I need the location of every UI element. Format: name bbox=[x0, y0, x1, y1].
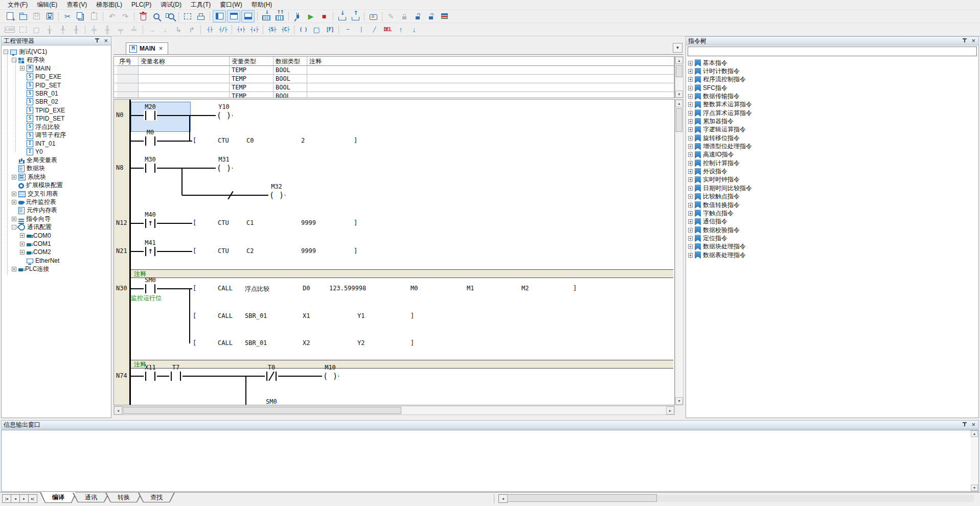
expander-icon[interactable]: + bbox=[20, 66, 25, 71]
contact-closed-button[interactable]: ┤/├ bbox=[217, 24, 229, 35]
pin-icon[interactable] bbox=[95, 38, 100, 43]
insert-node-button[interactable]: ╁ bbox=[43, 24, 56, 35]
contact-x11[interactable] bbox=[144, 371, 157, 381]
instruction-operand[interactable]: [ bbox=[192, 247, 197, 255]
instruction-operand[interactable]: 9999 bbox=[301, 247, 316, 255]
scroll-up-icon[interactable]: ▴ bbox=[675, 57, 683, 64]
output-coil-button[interactable]: ( ) bbox=[297, 24, 309, 35]
save-button[interactable] bbox=[30, 11, 42, 22]
scroll-down-icon[interactable]: ▾ bbox=[675, 397, 683, 405]
comment-bar[interactable]: 注释 bbox=[131, 269, 673, 278]
stop-plc-button[interactable]: ■ bbox=[318, 11, 330, 22]
instruction-operand[interactable]: X2 bbox=[302, 339, 310, 347]
view-instruction-panel-button[interactable] bbox=[227, 10, 240, 22]
select-block-button[interactable] bbox=[181, 11, 194, 22]
cell[interactable]: TEMP bbox=[230, 66, 274, 75]
output-scrollbar[interactable]: ▴ ▾ bbox=[971, 430, 978, 491]
view-project-panel-button[interactable] bbox=[213, 10, 226, 22]
menu-item-view[interactable]: 查看(V) bbox=[62, 0, 92, 10]
cell[interactable]: TEMP bbox=[230, 83, 274, 92]
instruction-operand[interactable]: CTU bbox=[217, 247, 230, 255]
output-tab-compile[interactable]: 编译 bbox=[40, 492, 77, 503]
close-icon[interactable]: × bbox=[970, 38, 976, 43]
project-item-com2[interactable]: +COM2 bbox=[2, 248, 111, 256]
move-down-button[interactable]: ↓ bbox=[408, 24, 420, 35]
scroll-down-icon[interactable]: ▾ bbox=[971, 485, 978, 491]
instruction-operand[interactable]: SBR_01 bbox=[244, 339, 267, 347]
delete-element-button[interactable]: DEL bbox=[381, 24, 394, 35]
variable-table-scrollbar[interactable]: ▴ ▾ bbox=[675, 56, 683, 98]
delete-node-button[interactable]: ╀ bbox=[57, 24, 69, 35]
project-item-system-block[interactable]: +系统块 bbox=[2, 173, 111, 181]
menu-item-ladder[interactable]: 梯形图(L) bbox=[92, 0, 127, 10]
contact-set-button[interactable]: ┤S├ bbox=[266, 24, 278, 35]
delete-line-button[interactable]: ╱ bbox=[368, 24, 380, 35]
instruction-item-positioning[interactable]: +定位指令 bbox=[686, 234, 978, 242]
instruction-item-peripheral[interactable]: +外设指令 bbox=[686, 167, 978, 175]
cell[interactable]: BOOL bbox=[274, 66, 307, 75]
project-item-tpid-set[interactable]: STPID_SET bbox=[2, 114, 111, 123]
instruction-item-communication[interactable]: +通信指令 bbox=[686, 218, 978, 226]
instruction-operand[interactable]: Y2 bbox=[357, 339, 365, 347]
instruction-operand[interactable]: CTU bbox=[217, 137, 230, 144]
coil-y10[interactable] bbox=[216, 110, 232, 121]
project-item-expansion-module-config[interactable]: 扩展模块配置 bbox=[2, 181, 111, 190]
instruction-item-word-contact[interactable]: +字触点指令 bbox=[686, 209, 978, 217]
wire-right-button[interactable]: → bbox=[146, 24, 158, 35]
project-item-project-root[interactable]: -测试(VC1) bbox=[2, 48, 111, 56]
output-tab-convert[interactable]: 转换 bbox=[105, 493, 142, 502]
draw-box-button[interactable]: ▢ bbox=[30, 24, 42, 35]
instruction-operand[interactable]: Y1 bbox=[357, 312, 365, 319]
cell[interactable] bbox=[307, 75, 674, 83]
instruction-operand[interactable]: D0 bbox=[302, 285, 310, 292]
expander-icon[interactable]: + bbox=[12, 192, 16, 196]
instruction-operand[interactable]: M0 bbox=[410, 285, 418, 292]
project-item-element-memory-table[interactable]: 元件内存表 bbox=[2, 206, 111, 215]
expander-icon[interactable]: + bbox=[12, 175, 16, 179]
scrollbar-thumb[interactable] bbox=[676, 108, 682, 132]
menu-item-plc[interactable]: PLC(P) bbox=[127, 0, 156, 9]
wire-down-button[interactable]: ↓ bbox=[159, 24, 171, 35]
instruction-operand[interactable]: CALL bbox=[217, 312, 233, 319]
output-tab-search[interactable]: 查找 bbox=[138, 493, 175, 502]
instruction-operand[interactable]: CTU bbox=[217, 219, 230, 226]
copy-button[interactable] bbox=[75, 11, 87, 22]
project-item-com0[interactable]: +COM0 bbox=[2, 232, 111, 240]
expander-icon[interactable]: + bbox=[20, 233, 25, 238]
menu-item-debug[interactable]: 调试(D) bbox=[156, 0, 186, 10]
instruction-operand[interactable]: [ bbox=[192, 285, 197, 292]
function-block-button[interactable]: [F] bbox=[324, 24, 336, 35]
wire-corner-up-button[interactable]: ↱ bbox=[186, 24, 198, 35]
instruction-item-data-table-process[interactable]: +数据表处理指令 bbox=[686, 251, 978, 259]
close-icon[interactable]: × bbox=[970, 422, 976, 427]
cell[interactable] bbox=[139, 92, 230, 98]
instruction-item-basic[interactable]: +基本指令 bbox=[686, 59, 978, 67]
wire-corner-down-button[interactable]: ↳ bbox=[172, 24, 185, 35]
instruction-item-data-check[interactable]: +数据校验指令 bbox=[686, 226, 978, 234]
instruction-operand[interactable]: [ bbox=[192, 137, 197, 144]
merge-row-button[interactable]: ╧ bbox=[128, 24, 140, 35]
instruction-operand[interactable]: [ bbox=[192, 339, 197, 347]
project-item-com1[interactable]: +COM1 bbox=[2, 240, 111, 248]
instruction-item-sfc[interactable]: +SFC指令 bbox=[686, 84, 978, 92]
instruction-operand[interactable]: 9999 bbox=[301, 219, 316, 226]
instruction-item-integer-math[interactable]: +整数算术运算指令 bbox=[686, 101, 978, 109]
instruction-item-data-block-process[interactable]: +数据块处理指令 bbox=[686, 243, 978, 251]
instruction-operand[interactable]: [ bbox=[192, 312, 197, 319]
scroll-up-icon[interactable]: ▴ bbox=[675, 100, 683, 107]
cell[interactable]: TEMP bbox=[230, 92, 274, 98]
project-item-element-monitor-table[interactable]: +元件监控表 bbox=[2, 198, 111, 206]
instruction-operand[interactable]: ] bbox=[573, 285, 577, 292]
monitor-mode-button[interactable] bbox=[367, 11, 379, 22]
redo-button[interactable]: ↷ bbox=[119, 11, 131, 22]
contact-m20[interactable] bbox=[144, 110, 157, 121]
cell[interactable] bbox=[307, 92, 674, 98]
window-list-dropdown[interactable]: ▼ bbox=[673, 43, 682, 53]
cut-button[interactable]: ✂ bbox=[61, 11, 74, 22]
upload-program-button[interactable] bbox=[349, 11, 361, 22]
scroll-down-icon[interactable]: ▾ bbox=[675, 90, 683, 98]
contact-m0[interactable] bbox=[144, 136, 157, 146]
instruction-operand[interactable]: M2 bbox=[521, 285, 529, 292]
instruction-operand[interactable]: 浮点比较 bbox=[244, 285, 270, 293]
project-item-pid-set[interactable]: SPID_SET bbox=[2, 81, 111, 89]
